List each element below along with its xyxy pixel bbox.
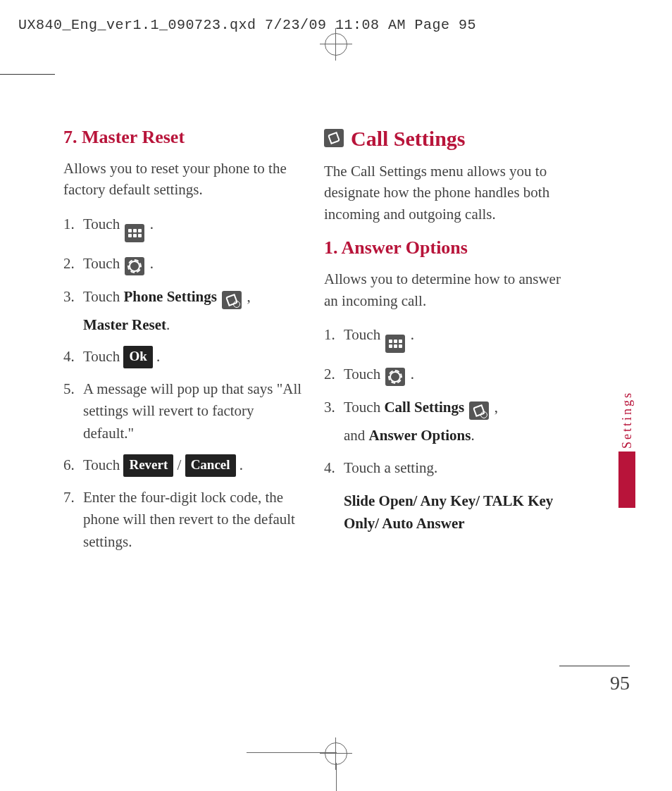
intro-call-settings: The Call Settings menu allows you to des… xyxy=(324,161,564,225)
bold-label: Phone Settings xyxy=(123,288,216,305)
side-tab-label: Settings xyxy=(620,391,635,449)
page-number-rule xyxy=(559,666,630,666)
step-2: Touch . xyxy=(63,253,303,276)
gear-icon xyxy=(385,368,405,386)
step-text: and xyxy=(344,427,369,444)
call-icon xyxy=(324,129,344,147)
revert-button-graphic: Revert xyxy=(123,454,173,477)
right-column: Call Settings The Call Settings menu all… xyxy=(324,127,564,563)
step-text: , xyxy=(247,288,250,305)
step-text: Touch xyxy=(83,288,123,305)
step-text: . xyxy=(411,366,414,382)
heading-text: Call Settings xyxy=(351,127,466,151)
heading-answer-options: 1. Answer Options xyxy=(324,237,564,259)
step-text: . xyxy=(166,316,170,333)
side-tab-bar xyxy=(618,451,635,508)
step-text: Touch a setting. xyxy=(344,459,437,476)
bold-label: Answer Options xyxy=(369,427,471,444)
heading-master-reset: 7. Master Reset xyxy=(63,127,303,148)
registration-mark-top xyxy=(320,28,352,61)
step-text: Touch xyxy=(83,216,123,232)
step-text: Touch xyxy=(344,399,384,416)
side-tab: Settings xyxy=(618,391,635,508)
step-text: , xyxy=(494,399,498,416)
step-4: Touch Ok . xyxy=(63,346,303,368)
step-text: Touch xyxy=(83,255,123,272)
call-settings-icon xyxy=(469,401,489,420)
bold-label: Call Settings xyxy=(384,399,464,416)
step-4: Touch a setting. Slide Open/ Any Key/ TA… xyxy=(324,457,564,535)
intro-master-reset: Allows you to reset your phone to the fa… xyxy=(63,158,303,201)
step-text: . xyxy=(156,348,160,365)
gear-icon xyxy=(125,257,144,275)
page-number-box: 95 xyxy=(559,666,630,695)
step-3: Touch Phone Settings , Master Reset. xyxy=(63,286,303,337)
step-text: . xyxy=(239,456,243,473)
cancel-button-graphic: Cancel xyxy=(185,454,236,477)
step-text: Touch xyxy=(83,456,123,473)
heading-call-settings: Call Settings xyxy=(324,127,564,151)
step-text: Touch xyxy=(344,366,384,382)
phone-settings-icon xyxy=(222,291,242,309)
steps-answer-options: Touch . Touch . Touch Call Settings , an… xyxy=(324,324,564,535)
steps-master-reset: Touch . Touch . Touch Phone Settings , M… xyxy=(63,213,303,554)
step-6: Touch Revert / Cancel . xyxy=(63,454,303,477)
page-content: 7. Master Reset Allows you to reset your… xyxy=(63,127,613,563)
step-3: Touch Call Settings , and Answer Options… xyxy=(324,397,564,447)
step-text: . xyxy=(150,255,154,272)
ok-button-graphic: Ok xyxy=(123,346,152,368)
apps-grid-icon xyxy=(125,224,144,242)
step-text: / xyxy=(178,456,185,473)
crop-rule-left xyxy=(0,74,55,75)
step-text: . xyxy=(471,427,474,444)
step-7: Enter the four-digit lock code, the phon… xyxy=(63,487,303,554)
step-1: Touch . xyxy=(63,213,303,243)
step-2: Touch . xyxy=(324,363,564,387)
bold-label: Master Reset xyxy=(83,316,166,333)
print-header: UX840_Eng_ver1.1_090723.qxd 7/23/09 11:0… xyxy=(18,17,476,33)
step-text: . xyxy=(411,326,414,343)
apps-grid-icon xyxy=(385,335,405,353)
answer-options-list: Slide Open/ Any Key/ TALK Key Only/ Auto… xyxy=(344,490,564,535)
crop-rule-bottom-v xyxy=(336,763,337,791)
step-text: Touch xyxy=(344,326,384,343)
crop-rule-bottom-h xyxy=(247,752,337,753)
left-column: 7. Master Reset Allows you to reset your… xyxy=(63,127,303,563)
page-number: 95 xyxy=(559,672,630,695)
intro-answer-options: Allows you to determine how to answer an… xyxy=(324,268,564,311)
step-text: . xyxy=(150,216,154,232)
step-5: A message will pop up that says "All set… xyxy=(63,378,303,445)
step-1: Touch . xyxy=(324,324,564,354)
step-text: Touch xyxy=(83,348,123,365)
